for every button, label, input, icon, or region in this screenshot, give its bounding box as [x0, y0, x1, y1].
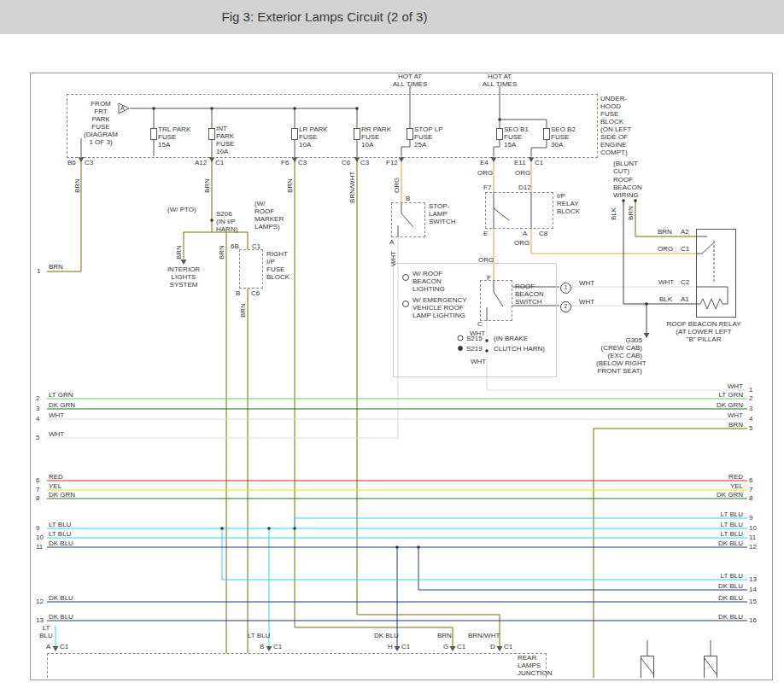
note-w-emergency-vehicle: W/ EMERGENCY VEHICLE ROOF LAMP LIGHTING [412, 296, 467, 319]
pin-d12: D12 [518, 184, 531, 191]
row-left-num-12: 12 [36, 598, 44, 605]
row-left-label-5: WHT [49, 430, 64, 438]
interior-lights-system-label: INTERIOR LIGHTS SYSTEM [161, 265, 207, 289]
row-left-num-4: 4 [36, 415, 39, 423]
wire-blk-a1: BLK [659, 295, 672, 303]
pin-c2: C2 [681, 278, 689, 286]
wire-brn-interior: BRN [175, 245, 183, 260]
ground-g305-label: G305 (CREW CAB) (EXC CAB) (BELOW RIGHT F… [596, 336, 642, 375]
conn-a-wire-label: LT BLU [39, 624, 53, 639]
row-right-label-8: DK GRN [709, 491, 743, 499]
fuse-stop-lp-label: STOP LP FUSE 25A [414, 125, 443, 149]
fuse-rr-park-label: RR PARK FUSE 10A [361, 125, 391, 149]
row1-number: 1 [37, 267, 40, 275]
row-left-num-3: 3 [36, 405, 39, 412]
row-left-num-13: 13 [36, 616, 44, 624]
fuse-int-park-label: INT PARK FUSE 10A [216, 125, 234, 155]
wire-wht-circ1: WHT [579, 279, 594, 287]
wire-wht-stop: WHT [389, 251, 397, 266]
pin-c8: C8 [539, 230, 547, 237]
note-w-roof-marker-lamps: (W/ ROOF MARKER LAMPS) [255, 200, 284, 230]
pin-c6-c3: C3 [360, 159, 369, 166]
pin-a12: A12 [195, 159, 207, 166]
pin-f6: F6 [281, 159, 289, 166]
wire-brn-a12: BRN [203, 178, 211, 193]
wire-brn-s206: BRN [218, 245, 225, 260]
fuse-trl-park-label: TRL PARK FUSE 15A [158, 125, 190, 149]
pin-b: B [236, 289, 240, 297]
ip-relay-block-label: I/P RELAY BLOCK [557, 192, 580, 215]
note-in-brake: (IN BRAKE [494, 335, 528, 342]
row-left-label-12: DK BLU [49, 594, 73, 602]
wire-blk-blunt: BLK [610, 207, 617, 220]
conn-a-pin: A [46, 643, 50, 650]
row-left-num-5: 5 [36, 434, 39, 441]
row-right-label-13: LT BLU [709, 572, 743, 580]
pin-e11-c1: C1 [535, 159, 543, 166]
conn-h-c1: C1 [401, 643, 410, 650]
fuse-seo-b1-label: SEO B1 FUSE 15A [504, 125, 529, 149]
row-right-label-10: LT BLU [709, 521, 743, 528]
conn-h-pin: H [388, 643, 393, 650]
row-left-label-9: LT BLU [49, 521, 71, 528]
pin-e: E [483, 230, 488, 237]
row-left-num-9: 9 [36, 524, 39, 532]
pin-6b: 6B [231, 242, 239, 250]
row-right-num-16: 16 [749, 616, 757, 624]
row-left-num-2: 2 [36, 394, 39, 402]
pin-f: F [487, 274, 491, 282]
row-right-label-11: LT BLU [709, 530, 743, 538]
wire-org-e11: ORG [515, 169, 530, 177]
wire-wht-circ2: WHT [579, 298, 594, 306]
wire-wht-s219: WHT [471, 358, 486, 365]
circled-1: 1 [560, 283, 571, 294]
fuse-lr-park-label: LR PARK FUSE 10A [299, 125, 328, 149]
wire-wht-c2: WHT [658, 278, 674, 286]
pin-6b-c1: C1 [252, 242, 260, 250]
conn-b-pin: B [260, 643, 264, 650]
triangle-a-label: A [120, 105, 125, 112]
splice-s206-label: S206 (IN I/P HARN) [216, 210, 237, 233]
pin-a1: A1 [681, 295, 689, 303]
conn-d-c1: C1 [504, 643, 512, 650]
row-right-num-8: 8 [749, 494, 752, 502]
splice-s215-label: S215 [466, 335, 483, 342]
wire-brn-blunt: BRN [627, 206, 635, 220]
conn-b-wire-label: LT BLU [248, 632, 270, 639]
row-left-label-10: LT BLU [49, 530, 71, 538]
roof-beacon-relay-label: ROOF BEACON RELAY (AT LOWER LEFT "B" PIL… [663, 320, 745, 343]
note-w-pto: (W/ PTO) [167, 206, 196, 213]
pin-stop-b: B [406, 195, 410, 202]
circled-2: 2 [560, 301, 571, 312]
row-right-num-1: 1 [749, 386, 752, 394]
row-left-label-3: DK GRN [49, 401, 75, 409]
pin-f12: F12 [386, 159, 398, 166]
row-right-num-15: 15 [749, 598, 757, 605]
row-right-label-15: DK BLU [709, 594, 743, 602]
rear-lamps-junction-label: REAR LAMPS JUNCTION [518, 654, 552, 677]
conn-h-wire-label: DK BLU [374, 632, 399, 639]
row-left-label-2: LT GRN [49, 391, 73, 399]
pin-b-c6: C6 [251, 289, 260, 297]
row-right-label-3: DK GRN [709, 401, 743, 409]
row1-wire-label: BRN [49, 263, 63, 271]
pin-a: A [523, 230, 527, 237]
row-left-num-7: 7 [36, 486, 39, 493]
roof-beacon-wiring-label: ROOF BEACON WIRING [613, 176, 642, 199]
wire-org-e4: ORG [477, 169, 493, 177]
splice-s219-label: S219 [466, 345, 483, 353]
row-right-num-11: 11 [749, 534, 756, 541]
row-right-label-16: DK BLU [709, 613, 743, 621]
pin-c: C [477, 320, 483, 328]
row-right-num-13: 13 [749, 575, 757, 583]
conn-g-pin: G [443, 643, 448, 650]
row-left-num-8: 8 [36, 494, 39, 502]
row-right-num-2: 2 [749, 394, 752, 402]
right-ip-fuse-block-label: RIGHT I/P FUSE BLOCK [266, 250, 290, 281]
row-right-num-7: 7 [749, 486, 752, 493]
wire-brn-ip-fuse: BRN [239, 303, 247, 318]
conn-d-pin: D [490, 643, 495, 650]
pin-a12-c1: C1 [215, 159, 224, 166]
fuse-seo-b2-label: SEO B2 FUSE 30A [551, 125, 576, 149]
row-right-num-14: 14 [749, 586, 757, 593]
